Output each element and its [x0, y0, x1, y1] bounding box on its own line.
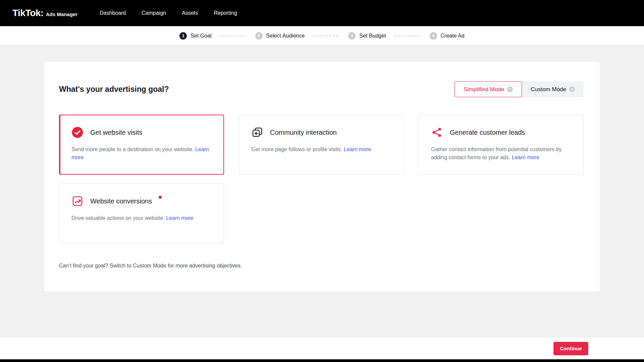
mode-toggle: Simplified Mode ? Custom Mode ? — [454, 81, 584, 97]
simplified-mode-button[interactable]: Simplified Mode ? — [454, 81, 522, 97]
leads-nodes-icon — [431, 126, 443, 138]
help-icon[interactable]: ? — [507, 86, 513, 92]
goal-description-text: Gather contact information from potentia… — [431, 146, 562, 160]
goal-description: Drive valuable actions on your website. … — [71, 214, 212, 222]
step-1-label: Set Goal — [191, 33, 211, 39]
learn-more-link[interactable]: Learn more — [344, 146, 371, 152]
step-2-label: Select Audience — [266, 33, 305, 39]
step-set-goal: 1 Set Goal — [179, 32, 211, 40]
wizard-stepper: 1 Set Goal 2 Select Audience 3 Set Budge… — [0, 26, 644, 45]
nav-item-campaign[interactable]: Campaign — [142, 10, 166, 16]
step-3-label: Set Budget — [359, 33, 386, 39]
learn-more-link[interactable]: Learn more — [166, 215, 194, 221]
panel-header-row: What's your advertising goal? Simplified… — [59, 81, 584, 97]
goal-card-generate-customer-leads[interactable]: Generate customer leads Gather contact i… — [419, 115, 584, 175]
continue-button[interactable]: Continue — [553, 342, 588, 355]
goals-grid: Get website visits Send more people to a… — [59, 115, 584, 243]
goal-description-text: Send more people to a destination on you… — [71, 146, 194, 152]
footer-action-bar: Continue — [0, 338, 644, 359]
top-navbar: TikTok: Ads Manager Dashboard Campaign A… — [0, 0, 644, 26]
nav-item-dashboard[interactable]: Dashboard — [100, 10, 126, 16]
goal-description-text: Get more page follows or profile visits. — [251, 146, 342, 152]
step-4-label: Create Ad — [441, 33, 465, 39]
community-interaction-icon — [251, 126, 263, 138]
nav-item-assets[interactable]: Assets — [182, 10, 198, 16]
goal-card-website-conversions[interactable]: Website conversions Drive valuable actio… — [59, 183, 224, 243]
goal-card-header: Community interaction — [251, 126, 391, 138]
goal-card-header: Generate customer leads — [431, 126, 571, 138]
goal-title: Website conversions — [90, 197, 152, 205]
step-2-circle: 2 — [255, 32, 263, 40]
step-connector-dash — [220, 36, 247, 36]
step-connector-dash — [394, 36, 422, 36]
tiktok-ads-manager-logo[interactable]: TikTok: Ads Manager — [12, 8, 77, 18]
step-4-circle: 4 — [430, 32, 437, 40]
step-create-ad: 4 Create Ad — [430, 32, 465, 40]
step-connector-dash — [313, 36, 340, 36]
check-circle-icon — [71, 126, 84, 138]
new-badge-dot — [159, 196, 162, 199]
goal-card-header: Get website visits — [71, 126, 212, 138]
goal-description: Send more people to a destination on you… — [71, 145, 212, 162]
custom-mode-button[interactable]: Custom Mode ? — [522, 81, 584, 97]
goal-title: Generate customer leads — [450, 129, 525, 136]
main-nav: Dashboard Campaign Assets Reporting — [100, 10, 237, 16]
conversions-chart-icon — [71, 195, 84, 207]
simplified-mode-label: Simplified Mode — [464, 86, 504, 93]
goal-card-header: Website conversions — [71, 195, 212, 207]
step-1-circle: 1 — [179, 32, 187, 40]
goal-card-community-interaction[interactable]: Community interaction Get more page foll… — [239, 115, 404, 175]
goal-selection-panel: What's your advertising goal? Simplified… — [44, 62, 600, 291]
logo-secondary-text: Ads Manager — [46, 11, 77, 17]
goal-description: Get more page follows or profile visits.… — [251, 145, 391, 154]
page-title: What's your advertising goal? — [59, 85, 169, 94]
logo-primary-text: TikTok: — [12, 8, 44, 18]
switch-mode-note: Can't find your goal? Switch to Custom M… — [59, 263, 584, 269]
learn-more-link[interactable]: Learn more — [512, 155, 539, 160]
custom-mode-label: Custom Mode — [531, 86, 566, 93]
help-icon[interactable]: ? — [569, 86, 575, 92]
goal-title: Get website visits — [90, 129, 143, 136]
nav-item-reporting[interactable]: Reporting — [214, 10, 237, 16]
step-3-circle: 3 — [348, 32, 356, 40]
goal-description-text: Drive valuable actions on your website. — [71, 215, 164, 221]
goal-description: Gather contact information from potentia… — [431, 145, 571, 162]
goal-title: Community interaction — [270, 129, 337, 136]
goal-card-get-website-visits[interactable]: Get website visits Send more people to a… — [59, 115, 224, 175]
step-set-budget: 3 Set Budget — [348, 32, 386, 40]
step-select-audience: 2 Select Audience — [255, 32, 305, 40]
bottom-letterbox-strip — [0, 359, 644, 362]
